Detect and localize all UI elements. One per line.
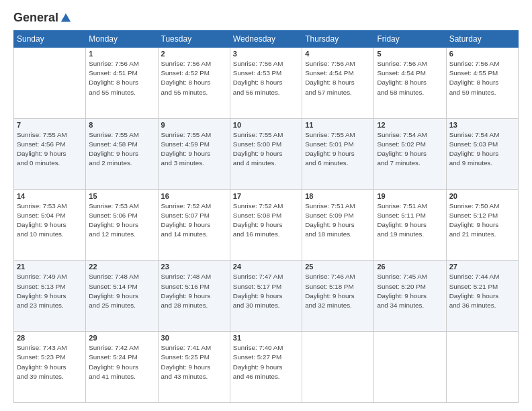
day-number: 23: [161, 263, 227, 271]
calendar-cell: [446, 332, 518, 403]
day-number: 20: [449, 192, 515, 200]
calendar-week-row: 14Sunrise: 7:53 AMSunset: 5:04 PMDayligh…: [14, 189, 519, 261]
day-number: 18: [305, 192, 371, 200]
day-number: 15: [89, 192, 154, 200]
calendar-cell: [302, 332, 374, 403]
day-info: Sunrise: 7:52 AMSunset: 5:07 PMDaylight:…: [161, 201, 227, 240]
day-number: 30: [161, 334, 227, 342]
calendar-cell: 17Sunrise: 7:52 AMSunset: 5:08 PMDayligh…: [230, 189, 302, 261]
day-number: 6: [449, 50, 515, 58]
day-info: Sunrise: 7:42 AMSunset: 5:24 PMDaylight:…: [89, 343, 154, 381]
weekday-header-cell: Friday: [374, 31, 446, 48]
calendar-cell: 6Sunrise: 7:56 AMSunset: 4:55 PMDaylight…: [446, 48, 518, 119]
day-info: Sunrise: 7:55 AMSunset: 4:56 PMDaylight:…: [17, 130, 83, 169]
calendar-cell: 21Sunrise: 7:49 AMSunset: 5:13 PMDayligh…: [14, 261, 86, 332]
day-info: Sunrise: 7:52 AMSunset: 5:08 PMDaylight:…: [233, 201, 299, 240]
calendar-cell: 10Sunrise: 7:55 AMSunset: 5:00 PMDayligh…: [230, 118, 302, 189]
day-info: Sunrise: 7:56 AMSunset: 4:54 PMDaylight:…: [377, 59, 443, 97]
calendar-cell: 19Sunrise: 7:51 AMSunset: 5:11 PMDayligh…: [374, 189, 446, 261]
day-number: 10: [233, 121, 299, 129]
calendar-cell: 12Sunrise: 7:54 AMSunset: 5:02 PMDayligh…: [374, 118, 446, 189]
day-number: 8: [89, 121, 154, 129]
day-info: Sunrise: 7:51 AMSunset: 5:09 PMDaylight:…: [305, 201, 371, 240]
day-info: Sunrise: 7:54 AMSunset: 5:02 PMDaylight:…: [377, 130, 443, 169]
page: General SundayMondayTuesdayWednesdayThur…: [0, 0, 532, 411]
day-number: 17: [233, 192, 299, 200]
day-info: Sunrise: 7:51 AMSunset: 5:11 PMDaylight:…: [377, 201, 443, 240]
weekday-header-cell: Tuesday: [158, 31, 230, 48]
day-info: Sunrise: 7:56 AMSunset: 4:54 PMDaylight:…: [305, 59, 371, 97]
day-info: Sunrise: 7:54 AMSunset: 5:03 PMDaylight:…: [449, 130, 515, 169]
day-info: Sunrise: 7:47 AMSunset: 5:17 PMDaylight:…: [233, 272, 299, 310]
weekday-header-cell: Monday: [86, 31, 158, 48]
calendar-cell: 20Sunrise: 7:50 AMSunset: 5:12 PMDayligh…: [446, 189, 518, 261]
calendar-cell: 15Sunrise: 7:53 AMSunset: 5:06 PMDayligh…: [86, 189, 158, 261]
calendar-cell: 29Sunrise: 7:42 AMSunset: 5:24 PMDayligh…: [86, 332, 158, 403]
day-number: 9: [161, 121, 227, 129]
day-info: Sunrise: 7:49 AMSunset: 5:13 PMDaylight:…: [17, 272, 83, 310]
day-number: 5: [377, 50, 443, 58]
day-number: 24: [233, 263, 299, 271]
day-info: Sunrise: 7:40 AMSunset: 5:27 PMDaylight:…: [233, 343, 299, 381]
day-number: 25: [305, 263, 371, 271]
calendar-cell: 3Sunrise: 7:56 AMSunset: 4:53 PMDaylight…: [230, 48, 302, 119]
calendar-week-row: 21Sunrise: 7:49 AMSunset: 5:13 PMDayligh…: [14, 261, 519, 332]
day-info: Sunrise: 7:56 AMSunset: 4:51 PMDaylight:…: [89, 59, 154, 97]
day-number: 4: [305, 50, 371, 58]
day-number: 3: [233, 50, 299, 58]
calendar-cell: 2Sunrise: 7:56 AMSunset: 4:52 PMDaylight…: [158, 48, 230, 119]
calendar-cell: 31Sunrise: 7:40 AMSunset: 5:27 PMDayligh…: [230, 332, 302, 403]
calendar-cell: 24Sunrise: 7:47 AMSunset: 5:17 PMDayligh…: [230, 261, 302, 332]
day-number: 28: [17, 334, 83, 342]
logo-general: General: [13, 11, 58, 25]
header: General: [13, 11, 519, 25]
logo: General: [13, 11, 72, 25]
calendar-cell: 22Sunrise: 7:48 AMSunset: 5:14 PMDayligh…: [86, 261, 158, 332]
calendar-cell: 28Sunrise: 7:43 AMSunset: 5:23 PMDayligh…: [14, 332, 86, 403]
logo-icon: [60, 12, 72, 24]
day-number: 26: [377, 263, 443, 271]
calendar-cell: 7Sunrise: 7:55 AMSunset: 4:56 PMDaylight…: [14, 118, 86, 189]
day-number: 27: [449, 263, 515, 271]
calendar-cell: 30Sunrise: 7:41 AMSunset: 5:25 PMDayligh…: [158, 332, 230, 403]
calendar-week-row: 1Sunrise: 7:56 AMSunset: 4:51 PMDaylight…: [14, 48, 519, 119]
calendar-cell: 1Sunrise: 7:56 AMSunset: 4:51 PMDaylight…: [86, 48, 158, 119]
day-info: Sunrise: 7:45 AMSunset: 5:20 PMDaylight:…: [377, 272, 443, 310]
calendar-cell: 27Sunrise: 7:44 AMSunset: 5:21 PMDayligh…: [446, 261, 518, 332]
day-number: 1: [89, 50, 154, 58]
calendar-cell: 13Sunrise: 7:54 AMSunset: 5:03 PMDayligh…: [446, 118, 518, 189]
svg-marker-0: [61, 13, 71, 21]
calendar-cell: 5Sunrise: 7:56 AMSunset: 4:54 PMDaylight…: [374, 48, 446, 119]
day-info: Sunrise: 7:56 AMSunset: 4:53 PMDaylight:…: [233, 59, 299, 97]
day-number: 12: [377, 121, 443, 129]
day-info: Sunrise: 7:55 AMSunset: 5:01 PMDaylight:…: [305, 130, 371, 169]
calendar-cell: [14, 48, 86, 119]
day-number: 29: [89, 334, 154, 342]
calendar-cell: 4Sunrise: 7:56 AMSunset: 4:54 PMDaylight…: [302, 48, 374, 119]
day-number: 2: [161, 50, 227, 58]
calendar-cell: 9Sunrise: 7:55 AMSunset: 4:59 PMDaylight…: [158, 118, 230, 189]
day-number: 14: [17, 192, 83, 200]
day-info: Sunrise: 7:53 AMSunset: 5:04 PMDaylight:…: [17, 201, 83, 240]
calendar-week-row: 7Sunrise: 7:55 AMSunset: 4:56 PMDaylight…: [14, 118, 519, 189]
weekday-header-cell: Sunday: [14, 31, 86, 48]
day-info: Sunrise: 7:43 AMSunset: 5:23 PMDaylight:…: [17, 343, 83, 381]
calendar-cell: 16Sunrise: 7:52 AMSunset: 5:07 PMDayligh…: [158, 189, 230, 261]
calendar-cell: 11Sunrise: 7:55 AMSunset: 5:01 PMDayligh…: [302, 118, 374, 189]
calendar-cell: 8Sunrise: 7:55 AMSunset: 4:58 PMDaylight…: [86, 118, 158, 189]
day-number: 7: [17, 121, 83, 129]
weekday-header-cell: Thursday: [302, 31, 374, 48]
day-info: Sunrise: 7:55 AMSunset: 5:00 PMDaylight:…: [233, 130, 299, 169]
calendar-cell: [374, 332, 446, 403]
day-info: Sunrise: 7:50 AMSunset: 5:12 PMDaylight:…: [449, 201, 515, 240]
day-info: Sunrise: 7:46 AMSunset: 5:18 PMDaylight:…: [305, 272, 371, 310]
day-number: 16: [161, 192, 227, 200]
day-number: 31: [233, 334, 299, 342]
calendar-cell: 14Sunrise: 7:53 AMSunset: 5:04 PMDayligh…: [14, 189, 86, 261]
calendar-table: SundayMondayTuesdayWednesdayThursdayFrid…: [13, 30, 519, 403]
day-info: Sunrise: 7:56 AMSunset: 4:52 PMDaylight:…: [161, 59, 227, 97]
day-number: 13: [449, 121, 515, 129]
day-number: 11: [305, 121, 371, 129]
weekday-header-cell: Saturday: [446, 31, 518, 48]
logo-text: General: [13, 11, 72, 25]
